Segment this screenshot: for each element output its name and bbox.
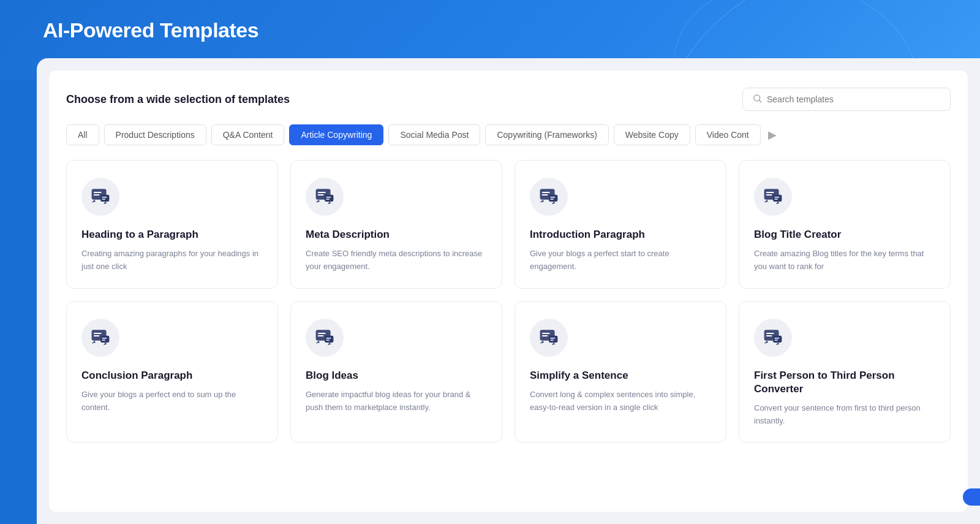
panel-subtitle: Choose from a wide selection of template… bbox=[66, 93, 290, 106]
svg-rect-18 bbox=[550, 197, 555, 198]
tabs-more-button[interactable]: ▶ bbox=[766, 128, 779, 142]
svg-rect-17 bbox=[549, 195, 557, 202]
scrollbar-indicator bbox=[963, 488, 980, 506]
card-icon-wrap bbox=[306, 319, 344, 357]
card-icon-wrap bbox=[81, 319, 119, 357]
card-description: Convert long & complex sentences into si… bbox=[530, 389, 711, 414]
card-icon-wrap bbox=[306, 178, 344, 216]
tab-qa-content[interactable]: Q&A Content bbox=[211, 124, 285, 145]
svg-rect-15 bbox=[542, 192, 550, 193]
card-title: Introduction Paragraph bbox=[530, 228, 711, 241]
template-card-meta-description[interactable]: Meta Description Create SEO friendly met… bbox=[290, 160, 502, 289]
svg-rect-12 bbox=[326, 197, 331, 198]
svg-rect-46 bbox=[766, 335, 772, 336]
svg-rect-48 bbox=[774, 338, 779, 339]
svg-rect-42 bbox=[550, 338, 555, 339]
svg-rect-11 bbox=[325, 195, 333, 202]
template-card-conclusion-paragraph[interactable]: Conclusion Paragraph Give your blogs a p… bbox=[66, 301, 278, 443]
card-description: Give your blogs a perfect start to creat… bbox=[530, 248, 711, 273]
svg-rect-43 bbox=[550, 340, 554, 341]
card-title: Blog Ideas bbox=[306, 369, 487, 382]
card-title: Heading to a Paragraph bbox=[81, 228, 263, 241]
tab-product-descriptions[interactable]: Product Descriptions bbox=[104, 124, 206, 145]
card-title: Blog Title Creator bbox=[754, 228, 935, 241]
tab-website-copy[interactable]: Website Copy bbox=[614, 124, 690, 145]
svg-rect-24 bbox=[774, 197, 779, 198]
svg-rect-6 bbox=[102, 197, 107, 198]
search-box bbox=[742, 88, 951, 111]
svg-rect-37 bbox=[326, 340, 330, 341]
svg-rect-33 bbox=[318, 333, 326, 334]
svg-rect-25 bbox=[774, 199, 778, 200]
card-description: Convert your sentence from first to thir… bbox=[754, 402, 935, 428]
svg-rect-29 bbox=[100, 335, 109, 342]
svg-rect-35 bbox=[325, 335, 333, 342]
main-panel: Choose from a wide selection of template… bbox=[37, 58, 980, 524]
tab-social-media-post[interactable]: Social Media Post bbox=[388, 124, 480, 145]
card-description: Create SEO friendly meta descriptions to… bbox=[306, 248, 487, 273]
card-title: Simplify a Sentence bbox=[530, 369, 711, 382]
card-description: Generate impactful blog ideas for your b… bbox=[306, 389, 487, 414]
svg-line-1 bbox=[760, 101, 761, 102]
tab-video-content[interactable]: Video Cont bbox=[695, 124, 761, 145]
template-card-blog-title-creator[interactable]: Blog Title Creator Create amazing Blog t… bbox=[739, 160, 951, 289]
svg-rect-49 bbox=[774, 340, 778, 341]
svg-rect-47 bbox=[773, 335, 782, 342]
cards-grid: Heading to a Paragraph Creating amazing … bbox=[66, 160, 951, 442]
card-title: Conclusion Paragraph bbox=[81, 369, 263, 382]
svg-rect-13 bbox=[326, 199, 330, 200]
svg-rect-5 bbox=[100, 195, 109, 202]
template-card-blog-ideas[interactable]: Blog Ideas Generate impactful blog ideas… bbox=[290, 301, 502, 443]
card-icon-wrap bbox=[754, 178, 792, 216]
template-card-first-to-third-person[interactable]: First Person to Third Person Converter C… bbox=[739, 301, 951, 443]
card-title: First Person to Third Person Converter bbox=[754, 369, 935, 396]
card-title: Meta Description bbox=[306, 228, 487, 241]
page-title: AI-Powered Templates bbox=[43, 18, 258, 42]
svg-rect-41 bbox=[549, 335, 557, 342]
template-card-simplify-sentence[interactable]: Simplify a Sentence Convert long & compl… bbox=[514, 301, 726, 443]
card-icon-wrap bbox=[530, 178, 568, 216]
card-description: Give your blogs a perfect end to sum up … bbox=[81, 389, 263, 414]
svg-rect-9 bbox=[318, 192, 326, 193]
svg-rect-39 bbox=[542, 333, 550, 334]
svg-rect-19 bbox=[550, 199, 554, 200]
card-icon-wrap bbox=[530, 319, 568, 357]
panel-inner: Choose from a wide selection of template… bbox=[49, 70, 968, 512]
card-description: Creating amazing paragraphs for your hea… bbox=[81, 248, 263, 273]
search-icon bbox=[753, 94, 762, 105]
tabs-row: AllProduct DescriptionsQ&A ContentArticl… bbox=[66, 124, 951, 145]
svg-rect-21 bbox=[766, 192, 774, 193]
tab-all[interactable]: All bbox=[66, 124, 99, 145]
card-icon-wrap bbox=[81, 178, 119, 216]
template-card-introduction-paragraph[interactable]: Introduction Paragraph Give your blogs a… bbox=[514, 160, 726, 289]
svg-rect-23 bbox=[773, 195, 782, 202]
svg-rect-27 bbox=[94, 333, 102, 334]
svg-rect-34 bbox=[318, 335, 324, 336]
svg-rect-31 bbox=[102, 340, 105, 341]
svg-rect-30 bbox=[102, 338, 107, 339]
svg-rect-16 bbox=[542, 194, 548, 196]
svg-rect-4 bbox=[94, 194, 100, 196]
svg-rect-22 bbox=[766, 194, 772, 196]
svg-rect-45 bbox=[766, 333, 774, 334]
template-card-heading-to-paragraph[interactable]: Heading to a Paragraph Creating amazing … bbox=[66, 160, 278, 289]
panel-header: Choose from a wide selection of template… bbox=[66, 88, 951, 111]
svg-rect-7 bbox=[102, 199, 105, 200]
svg-rect-36 bbox=[326, 338, 331, 339]
tab-copywriting-frameworks[interactable]: Copywriting (Frameworks) bbox=[485, 124, 608, 145]
svg-rect-40 bbox=[542, 335, 548, 336]
svg-rect-3 bbox=[94, 192, 102, 193]
search-input[interactable] bbox=[767, 94, 940, 104]
tab-article-copywriting[interactable]: Article Copywriting bbox=[289, 124, 383, 145]
svg-rect-28 bbox=[94, 335, 100, 336]
card-description: Create amazing Blog titles for the key t… bbox=[754, 248, 935, 273]
card-icon-wrap bbox=[754, 319, 792, 357]
svg-rect-10 bbox=[318, 194, 324, 196]
